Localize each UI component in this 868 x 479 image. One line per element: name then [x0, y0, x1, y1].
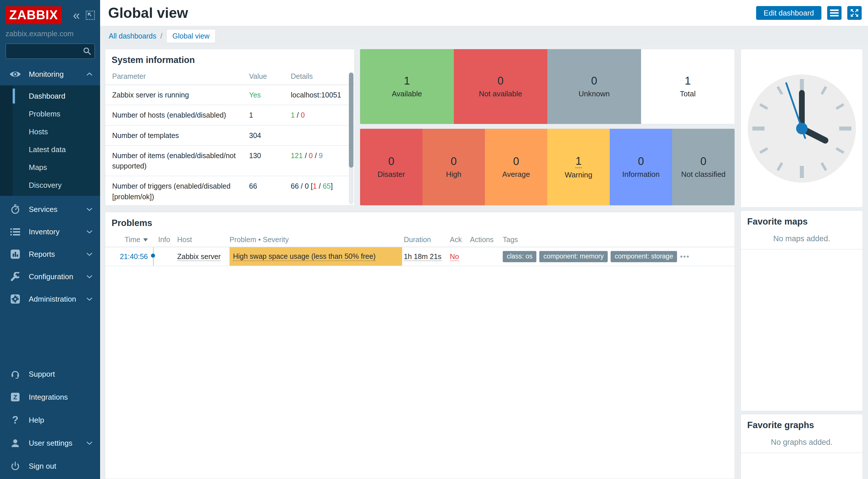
column-details: Details: [291, 72, 354, 81]
arrow-top-left-icon: [87, 12, 93, 19]
sidebar-item-label: Monitoring: [29, 70, 64, 79]
problem-ack-link[interactable]: No: [450, 252, 459, 261]
breadcrumb-current[interactable]: Global view: [166, 29, 215, 43]
fullscreen-button[interactable]: [847, 6, 862, 20]
edit-dashboard-button[interactable]: Edit dashboard: [756, 6, 822, 20]
server-name: zabbix.example.com: [0, 24, 100, 38]
empty-message: No graphs added.: [741, 435, 863, 453]
table-row: Number of triggers (enabled/disabled [pr…: [105, 176, 354, 205]
chevron-down-icon: [86, 275, 93, 278]
table-row: Number of hosts (enabled/disabled) 1 1 /…: [105, 105, 354, 125]
sidebar-item-support[interactable]: Support: [0, 365, 100, 383]
breadcrumb: All dashboards / Global view: [100, 26, 868, 46]
availability-cell-available: 1 Available: [360, 49, 454, 124]
sidebar-item-latest-data[interactable]: Latest data: [0, 140, 100, 158]
sidebar-item-maps[interactable]: Maps: [0, 158, 100, 176]
collapse-sidebar-icon[interactable]: «: [73, 9, 80, 22]
sidebar-item-label: User settings: [29, 439, 72, 448]
headset-icon: [9, 370, 22, 379]
page-title: Global view: [108, 5, 188, 21]
problem-name-link[interactable]: High swap space usage (less than 50% fre…: [233, 252, 376, 261]
severity-cell-high: 0 High: [423, 129, 485, 205]
availability-cell-unknown: 0 Unknown: [547, 49, 641, 124]
list-icon: [9, 228, 22, 236]
breadcrumb-separator: /: [160, 32, 162, 40]
problem-host-link[interactable]: Zabbix server: [177, 252, 221, 261]
tag-badge[interactable]: component: memory: [539, 251, 608, 262]
column-host: Host: [175, 235, 229, 244]
column-time[interactable]: Time: [105, 235, 148, 244]
column-info: Info: [158, 235, 175, 244]
severity-cell-disaster: 0 Disaster: [360, 129, 423, 205]
sidebar-item-problems[interactable]: Problems: [0, 105, 100, 123]
dashboard-grid: System information Parameter Value Detai…: [100, 46, 868, 479]
sidebar-item-discovery[interactable]: Discovery: [0, 176, 100, 194]
sidebar-item-label: Support: [29, 370, 55, 379]
tag-badge[interactable]: component: storage: [611, 251, 677, 262]
chevron-down-icon: [86, 441, 93, 445]
scrollbar[interactable]: [349, 72, 353, 204]
favorite-maps-widget: Favorite maps No maps added.: [741, 211, 863, 411]
sidebar-item-label: Discovery: [29, 181, 62, 190]
sidebar-item-label: Problems: [29, 109, 60, 119]
svg-text:Z: Z: [13, 393, 17, 401]
availability-cell-total: 1 Total: [641, 49, 735, 124]
sidebar-item-reports[interactable]: Reports: [0, 245, 100, 263]
sidebar-item-user-settings[interactable]: User settings: [0, 434, 100, 452]
sidebar-item-inventory[interactable]: Inventory: [0, 223, 100, 241]
sidebar-item-label: Inventory: [29, 227, 60, 236]
sort-desc-icon: [143, 238, 148, 242]
column-duration: Duration: [402, 235, 448, 244]
problem-severity-cell: High swap space usage (less than 50% fre…: [229, 247, 402, 266]
user-icon: [9, 439, 22, 447]
problem-duration-link[interactable]: 1h 18m 21s: [404, 252, 441, 261]
search-input[interactable]: [5, 43, 95, 59]
sidebar-item-services[interactable]: Services: [0, 200, 100, 218]
breadcrumb-all-dashboards[interactable]: All dashboards: [109, 32, 156, 40]
column-value: Value: [249, 72, 291, 81]
sidebar-item-label: Integrations: [29, 393, 68, 402]
sidebar-item-help[interactable]: ? Help: [0, 411, 100, 429]
sidebar-item-configuration[interactable]: Configuration: [0, 268, 100, 286]
question-icon: ?: [9, 414, 22, 426]
chevron-down-icon: [86, 297, 93, 301]
sidebar-item-dashboard[interactable]: Dashboard: [0, 87, 100, 105]
host-availability-widget: 1 Available 0 Not available 0 Unknown 1 …: [360, 49, 735, 124]
chevron-down-icon: [86, 230, 93, 233]
sidebar-item-integrations[interactable]: Z Integrations: [0, 388, 100, 406]
system-info-header: Parameter Value Details: [105, 69, 354, 85]
sidebar-item-monitoring[interactable]: Monitoring: [0, 65, 100, 83]
problems-table-header: Time Info Host Problem • Severity Durati…: [105, 232, 735, 247]
sidebar-item-administration[interactable]: Administration: [0, 290, 100, 308]
tag-badge[interactable]: class: os: [503, 251, 536, 262]
sidebar-item-label: Services: [29, 205, 58, 214]
sidebar-item-label: Sign out: [29, 462, 56, 471]
timeline-separator: [148, 247, 158, 266]
scrollbar-thumb[interactable]: [349, 73, 353, 168]
monitoring-submenu: Dashboard Problems Hosts Latest data Map…: [0, 86, 100, 196]
stopwatch-icon: [9, 204, 22, 214]
column-ack: Ack: [448, 235, 470, 244]
sidebar-item-hosts[interactable]: Hosts: [0, 123, 100, 140]
more-tags-button[interactable]: •••: [680, 252, 689, 261]
sidebar-item-label: Maps: [29, 163, 47, 172]
sidebar-search: [5, 43, 95, 59]
chevron-down-icon: [86, 252, 93, 256]
column-parameter: Parameter: [105, 72, 249, 81]
clock-center: [796, 123, 808, 134]
problem-time-link[interactable]: 21:40:56: [120, 252, 148, 260]
hide-sidebar-icon[interactable]: [86, 11, 95, 20]
main-navigation: Monitoring Dashboard Problems Hosts Late…: [0, 65, 100, 308]
main-area: Global view Edit dashboard: [100, 0, 868, 479]
widget-title: Favorite maps: [741, 211, 863, 231]
zabbix-logo: ZABBIX: [5, 6, 62, 24]
fullscreen-icon: [850, 9, 859, 17]
search-icon[interactable]: [83, 47, 91, 56]
widget-title: System information: [105, 49, 354, 69]
sidebar-item-sign-out[interactable]: Sign out: [0, 457, 100, 475]
problems-by-severity-widget: 0 Disaster 0 High 0 Average 1 Warning 0 …: [360, 129, 735, 205]
dashboard-menu-button[interactable]: [827, 6, 841, 20]
table-row: Number of templates 304: [105, 126, 354, 146]
problems-widget: Problems Time Info Host Problem • Severi…: [105, 212, 735, 479]
sidebar-item-label: Configuration: [29, 272, 73, 281]
